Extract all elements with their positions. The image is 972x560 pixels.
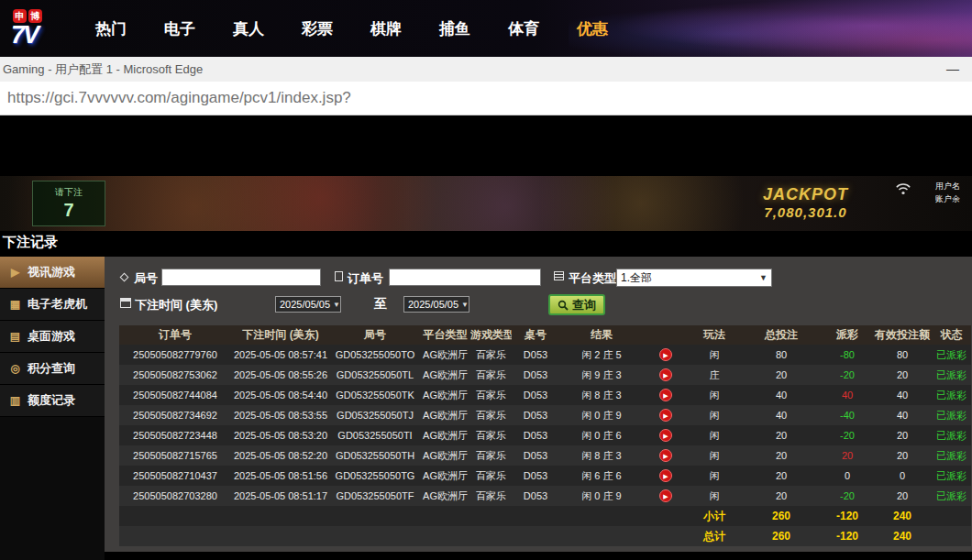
platform-select[interactable]: 1.全部 ▼ [616,269,772,287]
records-panel: ▶视讯游戏▦电子老虎机▤桌面游戏◎积分查询▥额度记录 局号 订单号 平台类型 1… [0,257,972,552]
url-text[interactable]: https://gci.7vvvvvv.com/agingame/pcv1/in… [7,89,351,107]
play-type-cell: 闲 [688,385,741,405]
points-icon: ◎ [7,362,23,375]
platform-icon [554,271,564,280]
valid-bet-cell: 20 [873,486,932,506]
column-header: 平台类型 [420,325,470,345]
status-cell: 已派彩 [932,445,971,466]
sum-label-cell: 总计 [688,526,741,546]
payout-cell: -40 [822,405,873,425]
page-title: 下注记录 [3,234,58,251]
order-cell: 250505082703280 [119,486,231,506]
minimize-button[interactable]: — [946,57,959,82]
time-cell: 2025-05-05 08:53:55 [231,405,330,425]
column-header-replay [644,325,688,345]
play-replay-icon[interactable]: ▶ [659,348,672,361]
bet-cell: 40 [741,385,822,405]
empty-cell [512,526,559,546]
replay-cell: ▶ [644,466,688,486]
record-icon: ▥ [7,394,23,407]
round-cell: GD053255050TO [330,345,420,365]
status-cell: 已派彩 [932,405,971,425]
sum-payout-cell: -120 [822,526,873,546]
game-cell: 百家乐 [470,425,512,445]
time-cell: 2025-05-05 08:51:56 [231,466,330,486]
search-button[interactable]: 查询 [548,294,605,315]
sidebar-item-额度记录[interactable]: ▥额度记录 [0,385,105,417]
records-content: 局号 订单号 平台类型 1.全部 ▼ 下注时间 (美东) 2025/05/05 … [105,257,972,552]
time-cell: 2025-05-05 08:52:20 [231,445,330,466]
table-no-cell: D053 [512,365,559,385]
date-from-select[interactable]: 2025/05/05 ▼ [275,296,341,313]
nav-item-电子[interactable]: 电子 [164,18,195,39]
nav-item-热门[interactable]: 热门 [95,18,127,39]
sum-valid-cell: 240 [873,526,932,546]
status-cell: 已派彩 [932,385,971,405]
sum-bet-cell: 260 [741,526,822,546]
sidebar-item-积分查询[interactable]: ◎积分查询 [0,353,105,385]
live-game-strip: 请下注 7 JACKPOT 7,080,301.0 用户名 账户余 [0,176,972,231]
round-tag-icon [120,273,129,282]
play-replay-icon[interactable]: ▶ [659,449,672,462]
nav-item-体育[interactable]: 体育 [508,18,539,39]
nav-item-捕鱼[interactable]: 捕鱼 [439,18,470,39]
sum-valid-cell: 240 [873,506,932,526]
subtotal-row: 小计260-120240 [119,506,971,526]
column-header: 总投注 [741,325,822,345]
column-header: 派彩 [822,325,873,345]
payout-cell: 40 [822,385,873,405]
play-type-cell: 闲 [688,486,741,506]
status-cell: 已派彩 [932,425,971,445]
balance-label: 账户余 [935,192,972,205]
sidebar-item-桌面游戏[interactable]: ▤桌面游戏 [0,321,105,353]
valid-bet-cell: 20 [873,425,932,445]
time-cell: 2025-05-05 08:51:17 [231,486,330,506]
table-no-cell: D053 [512,486,559,506]
column-header: 游戏类型 [470,325,512,345]
play-replay-icon[interactable]: ▶ [659,469,672,482]
status-cell: 已派彩 [932,486,971,506]
bet-cell: 20 [741,445,822,466]
play-replay-icon[interactable]: ▶ [659,368,672,381]
play-replay-icon[interactable]: ▶ [659,489,672,502]
replay-cell: ▶ [644,445,688,466]
nav-item-优惠[interactable]: 优惠 [577,18,608,39]
platform-cell: AG欧洲厅 [420,405,470,425]
play-replay-icon[interactable]: ▶ [659,429,672,442]
column-header: 局号 [330,325,420,345]
payout-cell: -80 [822,345,873,365]
round-cell: GD053255050TL [330,365,420,385]
table-no-cell: D053 [512,445,559,466]
empty-cell [420,526,470,546]
sidebar-item-电子老虎机[interactable]: ▦电子老虎机 [0,289,105,321]
play-replay-icon[interactable]: ▶ [659,409,672,422]
order-input[interactable] [389,269,541,286]
empty-cell [932,526,971,546]
site-logo[interactable]: 申 博 7V [11,9,68,48]
bet-cell: 20 [741,425,822,445]
play-replay-icon[interactable]: ▶ [659,389,672,401]
round-cell: GD053255050TI [330,425,420,445]
sidebar-item-label: 额度记录 [28,392,75,409]
table-no-cell: D053 [512,405,559,425]
top-navigation: 申 博 7V 热门电子真人彩票棋牌捕鱼体育优惠 [0,0,972,57]
nav-item-真人[interactable]: 真人 [233,18,264,39]
platform-label: 平台类型 [569,270,616,287]
table-no-cell: D053 [512,345,559,365]
dropdown-arrow-icon: ▼ [333,301,340,309]
nav-menu: 热门电子真人彩票棋牌捕鱼体育优惠 [95,18,608,39]
platform-cell: AG欧洲厅 [420,445,470,466]
platform-cell: AG欧洲厅 [420,365,470,385]
bet-cell: 20 [741,365,822,385]
game-cell: 百家乐 [470,365,512,385]
column-header: 订单号 [119,325,231,345]
nav-item-棋牌[interactable]: 棋牌 [370,18,402,39]
empty-cell [330,526,420,546]
game-cell: 百家乐 [470,345,512,365]
empty-cell [470,506,512,526]
round-input[interactable] [161,269,321,286]
nav-item-彩票[interactable]: 彩票 [302,18,333,39]
date-to-select[interactable]: 2025/05/05 ▼ [403,296,469,313]
sidebar-item-视讯游戏[interactable]: ▶视讯游戏 [0,257,105,289]
game-cell: 百家乐 [470,486,512,506]
